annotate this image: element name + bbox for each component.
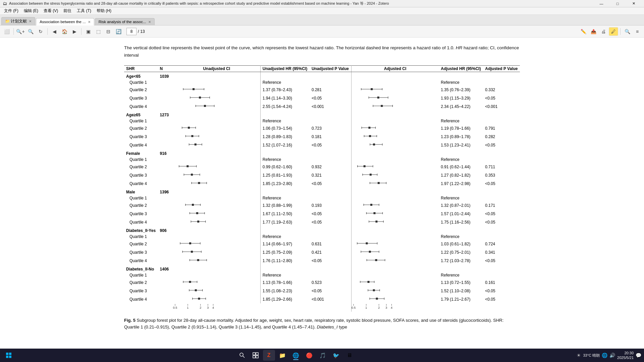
share-button[interactable]: 📤 — [589, 27, 598, 36]
minimize-button[interactable]: — — [594, 0, 609, 7]
clock-date: 2025/5/21 — [617, 355, 634, 360]
network-icon[interactable]: 🌐 — [602, 353, 607, 358]
quartile-adj-plot-2 — [432, 85, 439, 94]
svg-rect-11 — [199, 97, 201, 99]
quartile-pval — [310, 234, 351, 240]
notification-icon[interactable]: 💬 — [636, 353, 641, 358]
quartile-row: Quartile 3 1.67 (1.11–2.50) <0.05 1.57 (… — [124, 209, 520, 218]
group-row: Diabetes_II-Yes 906 — [124, 226, 520, 234]
taskbar-search[interactable] — [236, 350, 248, 361]
quartile-adj-hr: 2.34 (1.45–4.22) — [439, 102, 483, 111]
quartile-adj-pval: <0.05 — [483, 209, 520, 218]
tab-association-close[interactable]: ✕ — [88, 20, 91, 24]
zoom-in-button[interactable]: 🔍+ — [16, 27, 25, 36]
main-content[interactable]: The vertical dotted line represents the … — [0, 38, 644, 362]
svg-rect-7 — [371, 88, 373, 90]
quartile-adj-hr: Reference — [439, 234, 483, 240]
quartile-row: Quartile 1 Reference Reference — [124, 118, 520, 124]
menu-view[interactable]: 查看 (V) — [41, 7, 61, 14]
start-button[interactable] — [3, 350, 15, 361]
quartile-hr: 1.85 (1.29–2.66) — [260, 295, 310, 303]
quartile-plot — [173, 278, 217, 287]
quartile-plot-2 — [217, 278, 261, 287]
menu-edit[interactable]: 编辑 (E) — [21, 7, 41, 14]
menu-help[interactable]: 帮助 (H) — [94, 7, 114, 14]
taskbar-zotero[interactable]: Z — [263, 350, 275, 361]
rotate-button[interactable]: ↻ — [36, 27, 45, 36]
close-button[interactable]: ✕ — [626, 0, 641, 7]
taskbar-file-explorer[interactable]: 📁 — [276, 350, 288, 361]
fit-page-button[interactable]: ▣ — [84, 27, 93, 36]
weather-temp: 33°C 晴朗 — [583, 353, 600, 358]
search-toolbar-button[interactable]: 🔍 — [623, 27, 632, 36]
taskbar-task-view[interactable] — [250, 350, 262, 361]
group-name: Age≥65 — [124, 111, 158, 118]
quartile-adj-plot-2 — [432, 201, 439, 209]
header-unadj-hr: Unadjusted HR (95%CI) — [260, 66, 310, 72]
clock[interactable]: 20:30 2025/5/21 — [617, 351, 634, 360]
quartile-adj-plot-2 — [432, 209, 439, 218]
tab-association[interactable]: Association between the ... ✕ — [36, 18, 94, 25]
quartile-plot — [173, 218, 217, 226]
quartile-plot-2 — [217, 295, 261, 303]
toolbar-sep-1 — [13, 28, 14, 35]
group-pval — [310, 226, 351, 234]
menu-file[interactable]: 文件 (F) — [1, 7, 21, 14]
taskbar-browser[interactable]: 🌐 — [290, 350, 302, 361]
quartile-n — [158, 163, 173, 171]
tab-risk-close[interactable]: ✕ — [148, 20, 151, 24]
quartile-row: Quartile 2 1.37 (0.78–2.43) 0.281 1.35 (… — [124, 85, 520, 94]
fit-width-button[interactable]: ⬚ — [94, 27, 103, 36]
clock-time: 20:30 — [617, 351, 634, 355]
quartile-n — [158, 234, 173, 240]
home-button[interactable]: 🏠 — [60, 27, 69, 36]
quartile-adj-plot — [351, 141, 432, 149]
svg-rect-123 — [189, 281, 191, 283]
quartile-row: Quartile 1 Reference Reference — [124, 79, 520, 85]
quartile-plot-2 — [217, 195, 261, 201]
header-unadj-pval: Unadjusted P Value — [310, 66, 351, 72]
quartile-row: Quartile 4 1.76 (1.11–2.80) <0.05 1.72 (… — [124, 256, 520, 265]
page-input[interactable] — [126, 28, 137, 35]
window-title: Association between the stress hyperglyc… — [9, 1, 594, 6]
forward-button[interactable]: ▶ — [70, 27, 79, 36]
figure-caption-text: Subgroup forest plot for 28-day all-caus… — [124, 318, 503, 329]
zoom-out-button[interactable]: 🔍 — [26, 27, 35, 36]
group-pval — [310, 149, 351, 157]
print-button[interactable]: 🖨 — [599, 27, 608, 36]
menu-goto[interactable]: 前往 — [61, 7, 74, 14]
highlight-button[interactable]: 🖊 — [609, 27, 618, 36]
taskbar-app3[interactable]: 🐦 — [330, 350, 342, 361]
back-button[interactable]: ◀ — [50, 27, 59, 36]
split-button[interactable]: ⊟ — [104, 27, 113, 36]
quartile-pval: 0.523 — [310, 278, 351, 287]
taskbar-app4[interactable]: 🖥 — [343, 350, 356, 361]
quartile-pval: 0.932 — [310, 163, 351, 171]
svg-rect-59 — [191, 174, 193, 176]
tab-risk[interactable]: Risk analysis of the assoc... ✕ — [95, 18, 155, 25]
quartile-label: Quartile 3 — [124, 132, 158, 141]
group-adj-pval — [483, 72, 520, 80]
quartile-pval: 0.281 — [310, 85, 351, 94]
quartile-plot — [173, 118, 217, 124]
menu-toolbar-button[interactable]: ≡ — [633, 27, 642, 36]
new-window-button[interactable]: ⬜ — [2, 27, 11, 36]
svg-rect-39 — [369, 135, 371, 137]
quartile-adj-plot — [351, 124, 432, 132]
maximize-button[interactable]: □ — [610, 0, 625, 7]
tab-library[interactable]: 📁 计划文献 ✕ — [1, 17, 35, 25]
volume-icon[interactable]: 🔊 — [609, 353, 615, 358]
quartile-hr: 1.25 (0.75–2.09) — [260, 248, 310, 256]
quartile-adj-plot — [351, 240, 432, 248]
tab-library-close[interactable]: ✕ — [29, 19, 32, 23]
annotate-button[interactable]: ✏️ — [579, 27, 588, 36]
group-row: Age≥65 1273 — [124, 111, 520, 118]
menu-tools[interactable]: 工具 (T) — [74, 7, 94, 14]
quartile-hr: 1.55 (1.08–2.23) — [260, 287, 310, 295]
taskbar-app2[interactable]: 🎵 — [317, 350, 329, 361]
taskbar-red-app[interactable]: 🔴 — [303, 350, 315, 361]
quartile-label: Quartile 4 — [124, 218, 158, 226]
header-shr: SHR — [124, 66, 158, 72]
rotate2-button[interactable]: 🔄 — [114, 27, 123, 36]
taskbar-apps: Z 📁 🌐 🔴 🎵 🐦 🖥 — [15, 350, 577, 361]
